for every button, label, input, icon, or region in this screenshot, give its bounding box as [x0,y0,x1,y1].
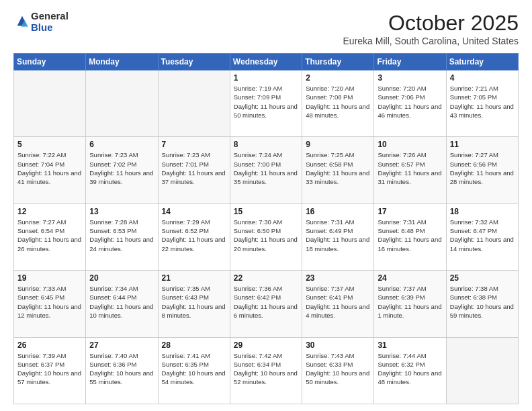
weekday-header-wednesday: Wednesday [230,54,302,71]
day-info: Sunrise: 7:36 AM Sunset: 6:42 PM Dayligh… [234,284,298,320]
day-number: 31 [378,340,442,350]
day-info: Sunrise: 7:38 AM Sunset: 6:38 PM Dayligh… [450,284,515,320]
day-info: Sunrise: 7:41 AM Sunset: 6:35 PM Dayligh… [162,351,226,387]
weekday-header-tuesday: Tuesday [158,54,230,71]
day-number: 13 [89,207,154,216]
calendar-week-row: 26Sunrise: 7:39 AM Sunset: 6:37 PM Dayli… [14,337,519,404]
day-number: 8 [234,140,298,149]
day-number: 6 [89,140,154,149]
day-number: 3 [378,73,442,83]
day-info: Sunrise: 7:23 AM Sunset: 7:02 PM Dayligh… [89,150,154,186]
calendar-cell: 11Sunrise: 7:27 AM Sunset: 6:56 PM Dayli… [446,137,518,203]
calendar-cell: 8Sunrise: 7:24 AM Sunset: 7:00 PM Daylig… [230,137,302,203]
calendar-cell: 3Sunrise: 7:20 AM Sunset: 7:06 PM Daylig… [374,71,446,137]
calendar-cell [446,337,518,404]
day-info: Sunrise: 7:25 AM Sunset: 6:58 PM Dayligh… [306,150,370,186]
day-info: Sunrise: 7:43 AM Sunset: 6:33 PM Dayligh… [306,351,370,387]
calendar-cell: 20Sunrise: 7:34 AM Sunset: 6:44 PM Dayli… [86,271,158,337]
day-number: 21 [162,273,226,283]
day-number: 27 [89,340,154,350]
day-info: Sunrise: 7:24 AM Sunset: 7:00 PM Dayligh… [234,150,298,186]
day-number: 15 [234,207,298,216]
day-number: 16 [306,207,370,216]
calendar-cell [158,71,230,137]
day-number: 4 [450,73,515,83]
day-number: 30 [306,340,370,350]
calendar-cell: 17Sunrise: 7:31 AM Sunset: 6:48 PM Dayli… [374,203,446,270]
calendar-table: SundayMondayTuesdayWednesdayThursdayFrid… [13,53,519,404]
day-info: Sunrise: 7:31 AM Sunset: 6:49 PM Dayligh… [306,218,370,253]
calendar-week-row: 1Sunrise: 7:19 AM Sunset: 7:09 PM Daylig… [14,71,519,137]
day-info: Sunrise: 7:20 AM Sunset: 7:08 PM Dayligh… [306,84,370,120]
day-info: Sunrise: 7:42 AM Sunset: 6:34 PM Dayligh… [234,351,298,387]
day-info: Sunrise: 7:35 AM Sunset: 6:43 PM Dayligh… [162,284,226,320]
calendar-cell: 22Sunrise: 7:36 AM Sunset: 6:42 PM Dayli… [230,271,302,337]
day-info: Sunrise: 7:29 AM Sunset: 6:52 PM Dayligh… [162,218,226,253]
day-info: Sunrise: 7:19 AM Sunset: 7:09 PM Dayligh… [234,84,298,120]
calendar-week-row: 19Sunrise: 7:33 AM Sunset: 6:45 PM Dayli… [14,271,519,337]
day-info: Sunrise: 7:28 AM Sunset: 6:53 PM Dayligh… [89,218,154,253]
calendar-cell: 13Sunrise: 7:28 AM Sunset: 6:53 PM Dayli… [86,203,158,270]
calendar-cell: 14Sunrise: 7:29 AM Sunset: 6:52 PM Dayli… [158,203,230,270]
day-info: Sunrise: 7:40 AM Sunset: 6:36 PM Dayligh… [89,351,154,387]
calendar-cell: 1Sunrise: 7:19 AM Sunset: 7:09 PM Daylig… [230,71,302,137]
calendar-cell: 5Sunrise: 7:22 AM Sunset: 7:04 PM Daylig… [14,137,86,203]
weekday-header-friday: Friday [374,54,446,71]
day-number: 7 [162,140,226,149]
day-number: 23 [306,273,370,283]
calendar-week-row: 5Sunrise: 7:22 AM Sunset: 7:04 PM Daylig… [14,137,519,203]
day-info: Sunrise: 7:37 AM Sunset: 6:39 PM Dayligh… [378,284,442,320]
day-number: 2 [306,73,370,83]
calendar-cell: 4Sunrise: 7:21 AM Sunset: 7:05 PM Daylig… [446,71,518,137]
day-info: Sunrise: 7:44 AM Sunset: 6:32 PM Dayligh… [378,351,442,387]
day-info: Sunrise: 7:37 AM Sunset: 6:41 PM Dayligh… [306,284,370,320]
location: Eureka Mill, South Carolina, United Stat… [343,36,519,46]
day-number: 14 [162,207,226,216]
title-block: October 2025 Eureka Mill, South Carolina… [343,11,519,46]
day-number: 20 [89,273,154,283]
logo-blue: Blue [31,22,69,34]
day-number: 19 [17,273,82,283]
day-info: Sunrise: 7:32 AM Sunset: 6:47 PM Dayligh… [450,218,515,253]
calendar-cell: 9Sunrise: 7:25 AM Sunset: 6:58 PM Daylig… [302,137,374,203]
logo: General Blue [13,11,69,33]
calendar-cell: 21Sunrise: 7:35 AM Sunset: 6:43 PM Dayli… [158,271,230,337]
day-info: Sunrise: 7:31 AM Sunset: 6:48 PM Dayligh… [378,218,442,253]
logo-icon [15,15,30,30]
day-info: Sunrise: 7:20 AM Sunset: 7:06 PM Dayligh… [378,84,442,120]
day-number: 25 [450,273,515,283]
calendar-cell: 15Sunrise: 7:30 AM Sunset: 6:50 PM Dayli… [230,203,302,270]
month-title: October 2025 [343,11,519,36]
day-info: Sunrise: 7:34 AM Sunset: 6:44 PM Dayligh… [89,284,154,320]
calendar-cell: 23Sunrise: 7:37 AM Sunset: 6:41 PM Dayli… [302,271,374,337]
day-number: 17 [378,207,442,216]
weekday-header-thursday: Thursday [302,54,374,71]
weekday-header-row: SundayMondayTuesdayWednesdayThursdayFrid… [14,54,519,71]
day-info: Sunrise: 7:33 AM Sunset: 6:45 PM Dayligh… [17,284,82,320]
logo-general: General [31,11,69,22]
calendar-cell: 6Sunrise: 7:23 AM Sunset: 7:02 PM Daylig… [86,137,158,203]
calendar-cell: 18Sunrise: 7:32 AM Sunset: 6:47 PM Dayli… [446,203,518,270]
calendar-cell: 2Sunrise: 7:20 AM Sunset: 7:08 PM Daylig… [302,71,374,137]
calendar-cell [14,71,86,137]
day-number: 29 [234,340,298,350]
calendar-cell: 31Sunrise: 7:44 AM Sunset: 6:32 PM Dayli… [374,337,446,404]
day-number: 10 [378,140,442,149]
day-number: 24 [378,273,442,283]
calendar-cell: 26Sunrise: 7:39 AM Sunset: 6:37 PM Dayli… [14,337,86,404]
header: General Blue October 2025 Eureka Mill, S… [13,11,519,46]
calendar-week-row: 12Sunrise: 7:27 AM Sunset: 6:54 PM Dayli… [14,203,519,270]
calendar-cell: 25Sunrise: 7:38 AM Sunset: 6:38 PM Dayli… [446,271,518,337]
day-info: Sunrise: 7:21 AM Sunset: 7:05 PM Dayligh… [450,84,515,120]
day-number: 26 [17,340,82,350]
day-info: Sunrise: 7:30 AM Sunset: 6:50 PM Dayligh… [234,218,298,253]
day-number: 12 [17,207,82,216]
weekday-header-sunday: Sunday [14,54,86,71]
day-number: 9 [306,140,370,149]
page: General Blue October 2025 Eureka Mill, S… [0,0,532,411]
calendar-cell: 30Sunrise: 7:43 AM Sunset: 6:33 PM Dayli… [302,337,374,404]
calendar-cell: 27Sunrise: 7:40 AM Sunset: 6:36 PM Dayli… [86,337,158,404]
day-number: 18 [450,207,515,216]
calendar-cell: 28Sunrise: 7:41 AM Sunset: 6:35 PM Dayli… [158,337,230,404]
day-number: 28 [162,340,226,350]
